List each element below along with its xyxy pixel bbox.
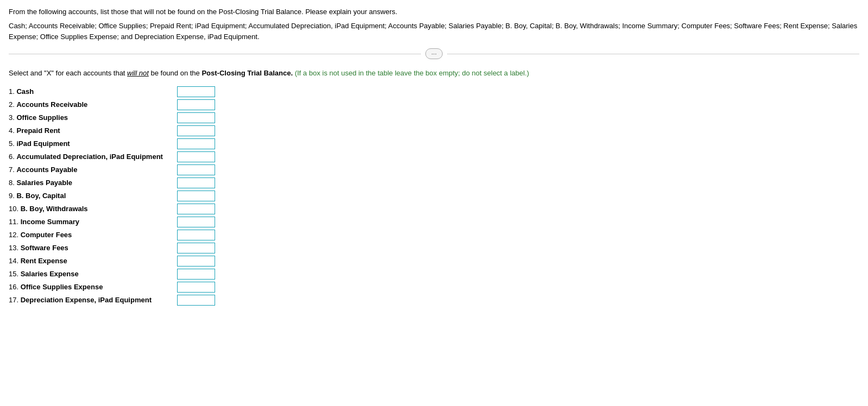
account-label-1: 1. Cash [9, 87, 177, 96]
account-name-3: Office Supplies [16, 113, 68, 122]
account-label-6: 6. Accumulated Depreciation, iPad Equipm… [9, 153, 177, 161]
account-name-2: Accounts Receivable [16, 100, 87, 109]
account-row-13: 13. Software Fees [9, 243, 859, 253]
account-num-2: 2. [9, 100, 16, 109]
account-label-5: 5. iPad Equipment [9, 139, 177, 148]
account-name-8: Salaries Payable [16, 179, 72, 187]
account-label-17: 17. Depreciation Expense, iPad Equipment [9, 296, 177, 304]
account-row-2: 2. Accounts Receivable [9, 99, 859, 110]
account-name-5: iPad Equipment [16, 139, 70, 148]
account-num-14: 14. [9, 257, 21, 265]
account-label-11: 11. Income Summary [9, 218, 177, 226]
account-label-7: 7. Accounts Payable [9, 166, 177, 174]
account-row-14: 14. Rent Expense [9, 256, 859, 267]
account-row-7: 7. Accounts Payable [9, 164, 859, 175]
account-name-14: Rent Expense [21, 257, 67, 265]
account-name-12: Computer Fees [21, 231, 72, 239]
account-name-1: Cash [16, 87, 34, 96]
intro-line1: From the following accounts, list those … [9, 7, 859, 17]
account-input-2[interactable] [177, 99, 215, 110]
account-label-15: 15. Salaries Expense [9, 270, 177, 278]
account-row-8: 8. Salaries Payable [9, 177, 859, 188]
account-num-1: 1. [9, 87, 16, 96]
account-row-5: 5. iPad Equipment [9, 138, 859, 149]
account-name-16: Office Supplies Expense [21, 283, 103, 291]
account-label-12: 12. Computer Fees [9, 231, 177, 239]
account-label-14: 14. Rent Expense [9, 257, 177, 265]
account-input-16[interactable] [177, 282, 215, 293]
account-input-5[interactable] [177, 138, 215, 149]
account-name-6: Accumulated Depreciation, iPad Equipment [16, 153, 162, 161]
account-input-15[interactable] [177, 269, 215, 280]
account-row-12: 12. Computer Fees [9, 230, 859, 240]
account-input-11[interactable] [177, 217, 215, 227]
account-num-7: 7. [9, 166, 16, 174]
account-name-10: B. Boy, Withdrawals [21, 205, 88, 213]
account-name-13: Software Fees [21, 244, 68, 252]
account-label-8: 8. Salaries Payable [9, 179, 177, 187]
account-num-13: 13. [9, 244, 21, 252]
account-num-5: 5. [9, 139, 16, 148]
account-num-11: 11. [9, 218, 21, 226]
account-input-4[interactable] [177, 125, 215, 136]
divider-row: ··· [9, 48, 859, 59]
bold-post: Post-Closing Trial Balance. [202, 69, 293, 77]
account-num-6: 6. [9, 153, 16, 161]
account-label-13: 13. Software Fees [9, 244, 177, 252]
account-input-9[interactable] [177, 191, 215, 201]
account-name-17: Depreciation Expense, iPad Equipment [21, 296, 152, 304]
account-input-3[interactable] [177, 112, 215, 123]
account-num-3: 3. [9, 113, 16, 122]
account-input-6[interactable] [177, 151, 215, 162]
account-row-17: 17. Depreciation Expense, iPad Equipment [9, 295, 859, 306]
account-label-9: 9. B. Boy, Capital [9, 192, 177, 200]
account-input-12[interactable] [177, 230, 215, 240]
account-row-4: 4. Prepaid Rent [9, 125, 859, 136]
account-row-16: 16. Office Supplies Expense [9, 282, 859, 293]
account-num-17: 17. [9, 296, 21, 304]
account-label-10: 10. B. Boy, Withdrawals [9, 205, 177, 213]
account-num-10: 10. [9, 205, 21, 213]
account-row-1: 1. Cash [9, 86, 859, 97]
account-name-15: Salaries Expense [21, 270, 79, 278]
divider-line-left [9, 54, 421, 54]
account-input-8[interactable] [177, 177, 215, 188]
italic-not: will not [127, 69, 149, 77]
account-row-3: 3. Office Supplies [9, 112, 859, 123]
account-row-10: 10. B. Boy, Withdrawals [9, 204, 859, 214]
instructions-text: Select and "X" for each accounts that wi… [9, 68, 859, 79]
account-num-12: 12. [9, 231, 21, 239]
divider-line-right [447, 54, 859, 54]
account-label-2: 2. Accounts Receivable [9, 100, 177, 109]
account-num-4: 4. [9, 126, 16, 135]
account-input-10[interactable] [177, 204, 215, 214]
account-row-6: 6. Accumulated Depreciation, iPad Equipm… [9, 151, 859, 162]
accounts-list-text: Cash; Accounts Receivable; Office Suppli… [9, 21, 859, 43]
green-note: (If a box is not used in the table leave… [295, 69, 529, 77]
account-input-17[interactable] [177, 295, 215, 306]
divider-button[interactable]: ··· [425, 48, 443, 59]
account-row-9: 9. B. Boy, Capital [9, 191, 859, 201]
account-num-16: 16. [9, 283, 21, 291]
account-row-11: 11. Income Summary [9, 217, 859, 227]
account-input-1[interactable] [177, 86, 215, 97]
account-num-9: 9. [9, 192, 16, 200]
account-name-7: Accounts Payable [16, 166, 77, 174]
account-row-15: 15. Salaries Expense [9, 269, 859, 280]
account-num-8: 8. [9, 179, 16, 187]
account-label-4: 4. Prepaid Rent [9, 126, 177, 135]
account-input-13[interactable] [177, 243, 215, 253]
account-label-16: 16. Office Supplies Expense [9, 283, 177, 291]
account-num-15: 15. [9, 270, 21, 278]
account-name-4: Prepaid Rent [16, 126, 60, 135]
account-input-7[interactable] [177, 164, 215, 175]
account-name-9: B. Boy, Capital [16, 192, 66, 200]
account-label-3: 3. Office Supplies [9, 113, 177, 122]
account-input-14[interactable] [177, 256, 215, 267]
accounts-container: 1. Cash2. Accounts Receivable3. Office S… [9, 86, 859, 306]
account-name-11: Income Summary [21, 218, 79, 226]
